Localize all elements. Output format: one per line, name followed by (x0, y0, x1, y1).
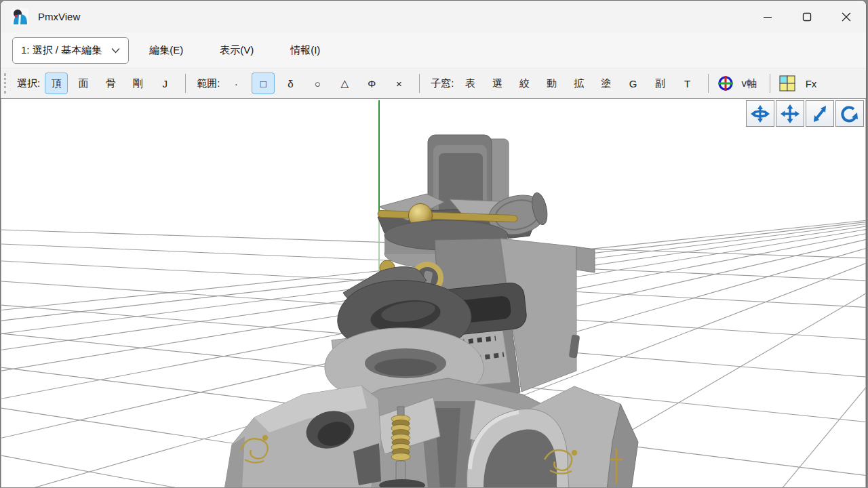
fx-toggle[interactable]: Fx (800, 73, 823, 94)
range-point-button[interactable]: · (224, 73, 248, 94)
maximize-button[interactable] (787, 1, 827, 33)
subwin-magnify-button[interactable]: 拡 (568, 73, 591, 94)
range-circle-button[interactable]: ○ (306, 73, 329, 94)
menu-edit[interactable]: 編集(E) (138, 39, 194, 62)
viewport-3d[interactable] (1, 99, 866, 487)
subwin-t-button[interactable]: T (676, 73, 699, 94)
v-axis-toggle[interactable]: v軸 (738, 73, 762, 94)
close-button[interactable] (827, 1, 866, 33)
range-phi-button[interactable]: Φ (360, 73, 383, 94)
rotate-view-button[interactable] (835, 100, 864, 127)
select-rigid-button[interactable]: 剛 (126, 73, 149, 94)
select-joint-button[interactable]: J (153, 73, 176, 94)
pan-view-button[interactable] (776, 100, 804, 127)
subwin-filter-button[interactable]: 絞 (513, 73, 536, 94)
maximize-icon (802, 12, 812, 22)
select-group-label: 選択: (17, 77, 40, 90)
range-cross-button[interactable]: × (387, 73, 410, 94)
window-title: PmxView (38, 11, 80, 22)
subwin-g-button[interactable]: G (622, 73, 645, 94)
subwindow-group-label: 子窓: (431, 77, 454, 90)
toolbar-grip[interactable] (4, 73, 9, 94)
edit-mode-select[interactable]: 1: 選択 / 基本編集 (12, 37, 129, 64)
edit-mode-value: 1: 選択 / 基本編集 (21, 44, 102, 57)
subwin-select-button[interactable]: 選 (486, 73, 509, 94)
chevron-down-icon (111, 47, 120, 54)
menu-view[interactable]: 表示(V) (209, 39, 264, 62)
orbit-view-button[interactable] (746, 100, 774, 127)
toolbar-separator (708, 74, 709, 93)
range-triangle-button[interactable]: △ (333, 73, 356, 94)
select-face-button[interactable]: 面 (72, 73, 95, 94)
toolbar-separator (185, 74, 186, 93)
fx-quad-icon[interactable] (777, 73, 797, 94)
select-vertex-button[interactable]: 頂 (45, 73, 68, 94)
app-icon (11, 8, 28, 26)
subwin-subview-button[interactable]: 副 (649, 73, 672, 94)
subwin-morph-button[interactable]: 表 (459, 73, 482, 94)
toolbar-separator (419, 74, 420, 93)
viewport-nav-bar (746, 100, 864, 127)
axis-gizmo-icon[interactable] (715, 73, 736, 94)
orbit-arrows-icon (749, 104, 771, 123)
close-icon (842, 12, 851, 22)
subwin-paint-button[interactable]: 塗 (595, 73, 618, 94)
range-delta-button[interactable]: δ (279, 73, 302, 94)
toolbar-separator (770, 74, 770, 93)
range-group-label: 範囲: (197, 77, 220, 90)
title-bar: PmxView (1, 1, 866, 33)
select-bone-button[interactable]: 骨 (99, 73, 122, 94)
zoom-arrow-icon (810, 104, 829, 123)
model-scene (1, 99, 867, 487)
minimize-button[interactable] (748, 1, 787, 33)
pan-arrows-icon (781, 104, 800, 123)
subwin-motion-button[interactable]: 動 (540, 73, 564, 94)
rotate-arrow-icon (840, 104, 860, 123)
range-box-button[interactable]: □ (252, 73, 275, 94)
pmxview-window: PmxView 1: 選択 / 基本編集 編集(E) 表示(V) 情報(I) 選… (0, 0, 867, 487)
toolbar: 選択: 頂 面 骨 剛 J 範囲: · □ δ ○ △ Φ × 子窓: 表 選 … (1, 68, 866, 99)
menu-bar: 1: 選択 / 基本編集 編集(E) 表示(V) 情報(I) (1, 33, 866, 68)
model-mesh (224, 135, 638, 487)
minimize-icon (763, 12, 772, 22)
menu-info[interactable]: 情報(I) (279, 39, 331, 62)
zoom-view-button[interactable] (806, 100, 834, 127)
